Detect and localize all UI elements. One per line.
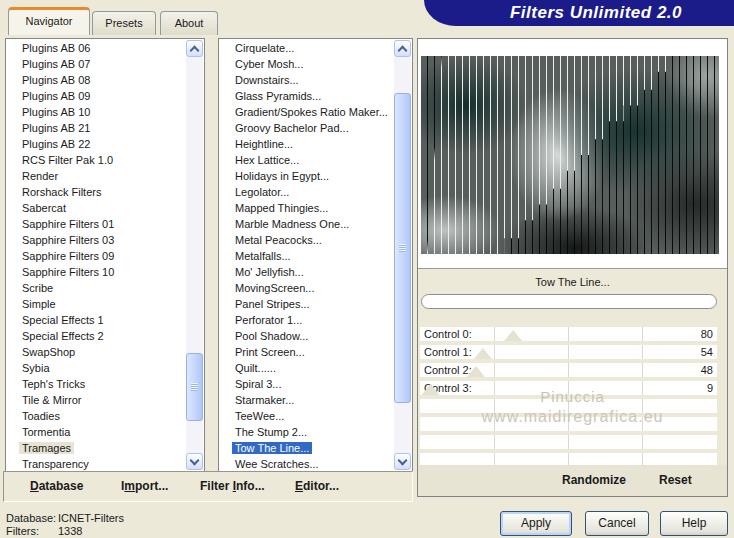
list-item[interactable]: Pool Shadow... <box>219 328 395 344</box>
filter-list: Cirquelate... Cyber Mosh... Downstairs..… <box>219 40 395 471</box>
list-item[interactable]: Groovy Bachelor Pad... <box>219 120 395 136</box>
slider-thumb[interactable] <box>474 348 492 359</box>
list-item[interactable]: Simple <box>6 296 187 312</box>
list-item[interactable]: Plugins AB 10 <box>6 104 187 120</box>
cancel-button[interactable]: Cancel <box>585 511 649 536</box>
list-item-label: Toadies <box>19 410 63 422</box>
list-item[interactable]: TeeWee... <box>219 408 395 424</box>
list-item[interactable]: Plugins AB 22 <box>6 136 187 152</box>
list-item[interactable]: Cyber Mosh... <box>219 56 395 72</box>
list-item[interactable]: Print Screen... <box>219 344 395 360</box>
list-item-label: Hex Lattice... <box>232 154 302 166</box>
list-item[interactable]: Teph's Tricks <box>6 376 187 392</box>
list-item[interactable]: Starmaker... <box>219 392 395 408</box>
slider-thumb[interactable] <box>504 330 522 341</box>
list-item[interactable]: Marble Madness One... <box>219 216 395 232</box>
list-item-label: Gradient/Spokes Ratio Maker... <box>232 106 391 118</box>
scroll-down-button[interactable] <box>186 453 203 470</box>
watermark-url: www.maidiregrafica.eu <box>418 408 727 426</box>
list-item[interactable]: Sapphire Filters 03 <box>6 232 187 248</box>
list-item[interactable]: Scribe <box>6 280 187 296</box>
randomize-button[interactable]: Randomize <box>562 473 626 487</box>
list-item[interactable]: Rorshack Filters <box>6 184 187 200</box>
list-item-label: Sapphire Filters 01 <box>19 218 117 230</box>
slider-row[interactable] <box>420 435 717 449</box>
list-item-label: Starmaker... <box>232 394 297 406</box>
list-item[interactable]: Mo' Jellyfish... <box>219 264 395 280</box>
list-item[interactable]: Tormentia <box>6 424 187 440</box>
scrollbar-thumb[interactable] <box>394 93 411 403</box>
list-item[interactable]: Holidays in Egypt... <box>219 168 395 184</box>
help-button[interactable]: Help <box>660 511 728 536</box>
list-item[interactable]: Quilt...... <box>219 360 395 376</box>
list-item[interactable]: Plugins AB 08 <box>6 72 187 88</box>
list-item-label: Sapphire Filters 09 <box>19 250 117 262</box>
list-item[interactable]: Metal Peacocks... <box>219 232 395 248</box>
list-item[interactable]: Plugins AB 21 <box>6 120 187 136</box>
scrollbar-thumb[interactable] <box>186 353 203 421</box>
slider-row[interactable]: Control 0: 80 <box>420 327 717 341</box>
list-item[interactable]: Gradient/Spokes Ratio Maker... <box>219 104 395 120</box>
list-item[interactable]: Transparency <box>6 456 187 471</box>
list-item-label: Groovy Bachelor Pad... <box>232 122 352 134</box>
scroll-up-button[interactable] <box>186 40 203 57</box>
list-item[interactable]: Sapphire Filters 09 <box>6 248 187 264</box>
tab-label: Navigator <box>25 15 72 27</box>
list-item[interactable]: Glass Pyramids... <box>219 88 395 104</box>
apply-button[interactable]: Apply <box>500 511 572 536</box>
menu-button[interactable]: Import... <box>121 479 168 493</box>
list-item[interactable]: Perforator 1... <box>219 312 395 328</box>
scroll-down-button[interactable] <box>394 453 411 470</box>
status-filters-value: 1338 <box>58 525 82 537</box>
list-item-label: Cirquelate... <box>232 42 297 54</box>
list-item[interactable]: Sapphire Filters 10 <box>6 264 187 280</box>
list-item[interactable]: MovingScreen... <box>219 280 395 296</box>
tab-navigator[interactable]: Navigator <box>8 7 90 35</box>
list-item[interactable]: Downstairs... <box>219 72 395 88</box>
list-item[interactable]: Special Effects 2 <box>6 328 187 344</box>
slider-row[interactable]: Control 1: 54 <box>420 345 717 359</box>
list-item[interactable]: Render <box>6 168 187 184</box>
preview-area <box>418 39 727 269</box>
menu-button[interactable]: Editor... <box>295 479 339 493</box>
reset-button[interactable]: Reset <box>659 473 692 487</box>
list-item[interactable]: Panel Stripes... <box>219 296 395 312</box>
list-item[interactable]: Sabercat <box>6 200 187 216</box>
list-item-label: Glass Pyramids... <box>232 90 324 102</box>
list-item[interactable]: SwapShop <box>6 344 187 360</box>
list-item[interactable]: Heightline... <box>219 136 395 152</box>
list-item[interactable]: Tile & Mirror <box>6 392 187 408</box>
progress-bar <box>421 294 717 309</box>
list-item[interactable]: Wee Scratches... <box>219 456 395 471</box>
list-item[interactable]: Tramages <box>6 440 187 456</box>
list-item-label: Tormentia <box>19 426 73 438</box>
list-item[interactable]: Mapped Thingies... <box>219 200 395 216</box>
list-item[interactable]: Toadies <box>6 408 187 424</box>
tab-about[interactable]: About <box>160 11 218 35</box>
menu-button[interactable]: Database <box>30 479 83 493</box>
menu-button[interactable]: Filter Info... <box>200 479 265 493</box>
list-item-label: Plugins AB 10 <box>19 106 94 118</box>
list-item[interactable]: Special Effects 1 <box>6 312 187 328</box>
list-item[interactable]: Hex Lattice... <box>219 152 395 168</box>
chevron-up-icon <box>398 45 408 55</box>
list-item[interactable]: Spiral 3... <box>219 376 395 392</box>
list-item[interactable]: Legolator... <box>219 184 395 200</box>
list-item[interactable]: Cirquelate... <box>219 40 395 56</box>
category-scrollbar[interactable] <box>186 40 203 470</box>
scroll-up-button[interactable] <box>394 40 411 57</box>
list-item[interactable]: Plugins AB 09 <box>6 88 187 104</box>
list-item[interactable]: Plugins AB 06 <box>6 40 187 56</box>
list-item[interactable]: Sybia <box>6 360 187 376</box>
slider-row[interactable]: Control 2: 48 <box>420 363 717 377</box>
list-item[interactable]: Tow The Line... <box>219 440 395 456</box>
list-item[interactable]: Plugins AB 07 <box>6 56 187 72</box>
list-item[interactable]: The Stump 2... <box>219 424 395 440</box>
filter-scrollbar[interactable] <box>394 40 411 470</box>
tab-presets[interactable]: Presets <box>92 11 156 35</box>
list-item[interactable]: Metalfalls... <box>219 248 395 264</box>
list-item[interactable]: RCS Filter Pak 1.0 <box>6 152 187 168</box>
preview-image[interactable] <box>421 56 719 254</box>
list-item[interactable]: Sapphire Filters 01 <box>6 216 187 232</box>
list-item-label: Plugins AB 22 <box>19 138 94 150</box>
